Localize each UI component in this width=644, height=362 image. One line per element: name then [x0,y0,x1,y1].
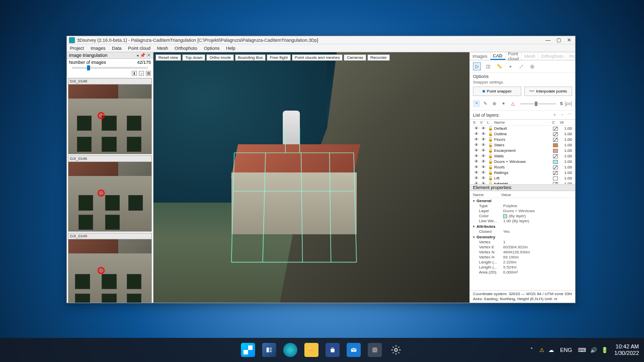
layer-more-icon[interactable]: ⋯ [568,112,572,118]
top-down-button[interactable]: Top down [182,54,205,61]
visibility-icon[interactable]: 👁 [480,126,487,131]
visibility-icon[interactable]: 👁 [480,170,487,175]
cameras-button[interactable]: Cameras [344,54,366,61]
layer-row[interactable]: 👁👁🔓Default1.00 [470,126,575,131]
panel-controls[interactable]: ◂ 📌 ✕ [136,53,151,58]
property-row[interactable]: Vertex H69.190m [473,255,572,260]
interpolate-points-button[interactable]: 〰Interpolate points [524,86,573,96]
snap-mode-3-icon[interactable]: ⊛ [491,100,498,107]
close-button[interactable]: ✕ [567,38,571,43]
thumbnail-item[interactable]: DJI_0146 [68,155,152,232]
ortho-mode-button[interactable]: Ortho mode [206,54,233,61]
battery-icon[interactable]: 🔋 [601,347,608,353]
image-slider[interactable] [72,67,148,69]
point-tool-icon[interactable]: ＋ [506,62,514,70]
color-swatch[interactable] [553,176,558,180]
settings-icon[interactable] [389,343,403,357]
eye-icon[interactable]: 👁 [473,143,480,147]
thumbnail-item[interactable]: DJI_0148 [68,78,152,154]
snap-slider[interactable] [520,103,556,105]
prop-group-attributes[interactable]: Attributes [473,224,572,229]
clock[interactable]: 10:42 AM 1/30/2022 [614,343,639,356]
property-row[interactable]: LayerDoors + Windows [473,209,572,214]
thumbnail-image[interactable] [68,239,151,303]
eye-icon[interactable]: 👁 [473,132,480,136]
remove-layer-icon[interactable]: － [560,112,565,118]
layer-row[interactable]: 👁👁🔓Outline1.00 [470,131,575,137]
volume-icon[interactable]: 🔊 [590,347,597,353]
lock-icon[interactable]: 🔓 [487,148,494,153]
view-grid-icon[interactable]: ▦ [146,71,151,76]
lock-icon[interactable]: 🔓 [487,132,494,136]
mail-icon[interactable] [347,343,361,357]
view-list-icon[interactable]: ≡ [139,71,144,76]
color-swatch[interactable] [553,160,558,164]
property-row[interactable]: Length (...2.220m [473,260,572,265]
line-tool-icon[interactable]: ／ [517,62,525,70]
lock-icon[interactable]: 🔓 [487,159,494,164]
property-row[interactable]: Area (2D)0.000m² [473,270,572,275]
color-swatch[interactable] [553,143,558,147]
view-single-icon[interactable]: ▮ [132,71,137,76]
titlebar[interactable]: 3Dsurvey (2.16.0-beta.1) - Palagruza-Cad… [67,36,575,44]
taskview-icon[interactable] [262,343,276,357]
layer-row[interactable]: 👁👁🔓Walls1.00 [470,153,575,159]
free-flight-button[interactable]: Free flight [267,54,291,61]
menu-images[interactable]: Images [91,46,106,51]
visibility-icon[interactable]: 👁 [480,143,487,147]
visibility-icon[interactable]: 👁 [480,148,487,153]
snap-mode-2-icon[interactable]: ✎ [482,100,489,107]
reset-view-button[interactable]: Reset view [155,54,181,61]
tab-profile[interactable]: Profile [567,52,575,60]
color-swatch[interactable] [553,138,558,142]
menu-mesh[interactable]: Mesh [157,46,168,51]
edge-icon[interactable] [283,343,297,357]
menu-orthophoto[interactable]: Orthophoto [175,46,197,51]
layer-row[interactable]: 👁👁🔓Lift1.00 [470,175,575,181]
snap-mode-4-icon[interactable]: ✶ [500,100,507,107]
eye-icon[interactable]: 👁 [473,126,480,131]
circle-tool-icon[interactable]: ◎ [528,62,536,70]
property-row[interactable]: Vertex N4694128.930m [473,250,572,255]
snap-mode-5-icon[interactable]: △ [509,100,516,107]
bounding-box-button[interactable]: Bounding Box [235,54,266,61]
property-row[interactable]: Line We...1.00 (By layer) [473,219,572,224]
menu-project[interactable]: Project [70,46,84,51]
menu-help[interactable]: Help [226,46,235,51]
onedrive-icon[interactable]: ⚠ [539,347,544,353]
property-row[interactable]: TypePolyline [473,204,572,209]
property-row[interactable]: ClosedYes [473,229,572,234]
property-row[interactable]: Color(By layer) [473,214,572,219]
visibility-icon[interactable]: 👁 [480,132,487,136]
eye-icon[interactable]: 👁 [473,165,480,169]
visibility-icon[interactable]: 👁 [480,137,487,142]
explorer-icon[interactable] [304,343,318,357]
lock-icon[interactable]: 🔓 [487,154,494,158]
lock-icon[interactable]: 🔓 [487,137,494,142]
color-swatch[interactable] [553,127,558,131]
visibility-icon[interactable]: 👁 [480,154,487,158]
eye-icon[interactable]: 👁 [473,154,480,158]
store-icon[interactable] [326,343,340,357]
recorder-button[interactable]: Recorder [367,54,390,61]
weather-icon[interactable]: ☁ [548,347,554,353]
tab-orthophoto[interactable]: Orthophoto [538,52,567,60]
thumbnail-image[interactable] [68,84,151,154]
lock-icon[interactable]: 🔓 [487,165,494,169]
eye-icon[interactable]: 👁 [473,137,480,142]
visibility-icon[interactable]: 👁 [480,176,487,180]
add-layer-icon[interactable]: ＋ [552,112,557,118]
eye-icon[interactable]: 👁 [473,176,480,180]
color-swatch[interactable] [553,171,558,175]
property-row[interactable]: Vertex E603364.922m [473,245,572,250]
lock-icon[interactable]: 🔓 [487,170,494,175]
input-icon[interactable]: ⌨ [578,347,586,353]
visibility-icon[interactable]: 👁 [480,165,487,169]
color-swatch[interactable] [553,132,558,136]
tab-mesh[interactable]: Mesh [522,52,538,60]
tab-images[interactable]: Images [470,52,491,60]
tab-pointcloud[interactable]: Point cloud [506,52,522,60]
language-indicator[interactable]: ENG [560,347,572,353]
visibility-icon[interactable]: 👁 [480,159,487,164]
menu-pointcloud[interactable]: Point cloud [128,46,151,51]
